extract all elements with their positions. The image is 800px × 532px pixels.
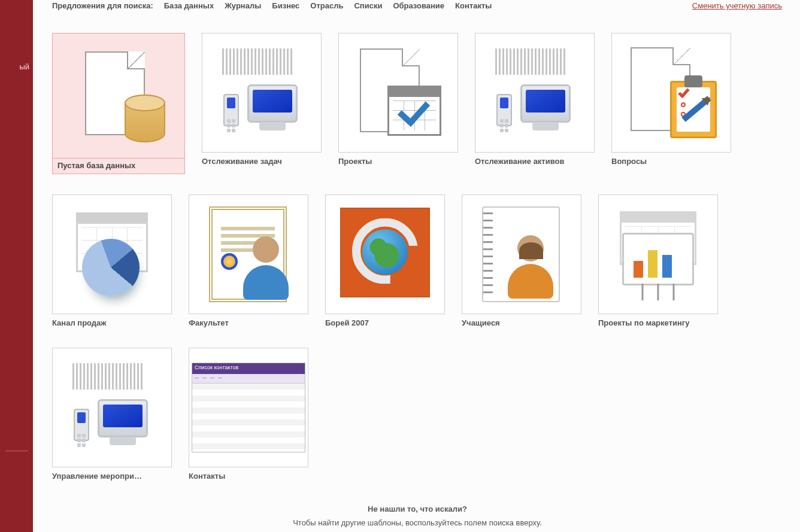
blank-database-icon [71,48,166,144]
suggestion-link[interactable]: Журналы [225,1,261,10]
template-task-tracking[interactable]: Отслеживание задач [202,33,322,174]
template-contacts[interactable]: Список контактов ———— Контакты [189,348,308,481]
template-label: Вопросы [611,157,731,166]
template-label: Управление меропри… [52,472,172,481]
template-blank-database[interactable]: Пустая база данных [52,33,185,174]
suggestion-link[interactable]: Контакты [455,1,492,10]
template-asset-tracking[interactable]: Отслеживание активов [475,33,595,174]
template-sales-pipeline[interactable]: Канал продаж [52,194,172,327]
search-prompt-label: Предложения для поиска: [52,1,153,10]
template-label: Пустая база данных [52,159,185,174]
template-label: Учащиеся [462,318,581,327]
template-label: Проекты по маркетингу [598,318,718,327]
template-thumb [202,33,322,153]
footer-question: Не нашли то, что искали? [52,504,783,513]
northwind-icon [337,206,433,302]
template-label: Отслеживание задач [202,157,322,166]
suggestion-link[interactable]: Списки [354,1,382,10]
sidebar-divider [5,451,28,451]
assets-icon [487,45,583,141]
switch-account-link[interactable]: Сменить учетную запись [692,1,782,10]
template-label: Борей 2007 [325,318,445,327]
template-label: Проекты [338,157,458,166]
template-thumb [325,194,445,314]
template-thumb [52,33,185,159]
template-students[interactable]: Учащиеся [462,194,581,327]
template-thumb [598,194,718,314]
tasks-icon [214,45,310,141]
template-thumb [475,33,595,153]
suggestion-link[interactable]: Образование [393,1,444,10]
footer-hint-text: Чтобы найти другие шаблоны, воспользуйте… [52,518,783,527]
suggestion-link[interactable]: Отрасль [310,1,343,10]
template-marketing-projects[interactable]: Проекты по маркетингу [598,194,718,327]
contacts-titlebar: Список контактов [192,363,305,374]
template-label: Факультет [189,318,308,327]
template-thumb [462,194,581,314]
template-thumb [611,33,731,153]
contacts-app-icon: Список контактов ———— [192,363,305,452]
sidebar-item-fragment[interactable]: ый [16,60,33,74]
template-thumb [338,33,458,153]
faculty-icon [201,206,296,302]
template-label: Отслеживание активов [475,157,595,166]
search-suggestions-bar: Предложения для поиска: База данных Журн… [52,1,800,10]
template-thumb: Список контактов ———— [189,348,308,467]
template-event-management[interactable]: Управление меропри… [52,348,172,481]
events-icon [64,360,160,455]
main-pane: Сменить учетную запись Предложения для п… [33,0,800,532]
template-thumb [189,194,308,314]
backstage-sidebar: ый [0,0,33,532]
template-thumb [52,194,172,314]
students-icon [474,206,569,302]
marketing-icon [610,206,706,302]
template-northwind-2007[interactable]: Борей 2007 [325,194,445,327]
template-thumb [52,348,172,467]
template-faculty[interactable]: Факультет [189,194,308,327]
template-grid: Пустая база данных Отслеживание задач [52,33,783,481]
suggestion-link[interactable]: Бизнес [272,1,299,10]
template-label: Контакты [189,472,308,481]
projects-icon [350,45,446,141]
template-issues[interactable]: Вопросы [611,33,731,174]
sales-icon [64,206,160,302]
footer-hint: Не нашли то, что искали? Чтобы найти дру… [52,504,783,527]
template-projects[interactable]: Проекты [338,33,458,174]
template-label: Канал продаж [52,318,172,327]
issues-icon [623,45,719,141]
suggestion-link[interactable]: База данных [164,1,214,10]
